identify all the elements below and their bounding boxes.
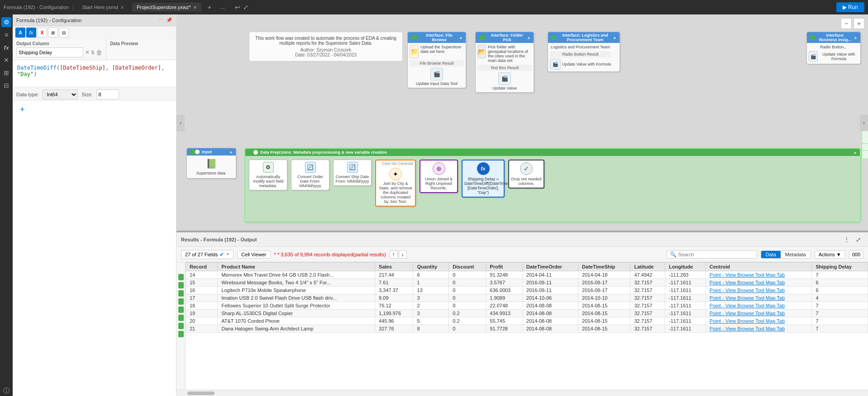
formula-tool-fx[interactable]: fx: [26, 28, 36, 38]
node-shipping-delay[interactable]: fx Shipping Delay = DateTimeDiff([DateTi…: [462, 160, 505, 198]
formula-editor[interactable]: DateTimeDiff([DateTimeShip], [DateTimeOr…: [13, 60, 176, 87]
zoom-minus-button[interactable]: −: [841, 18, 852, 29]
auto-modify-icon: ⚙: [263, 162, 274, 173]
col-profit[interactable]: Profit: [486, 263, 523, 271]
clear-output-icon[interactable]: ✕: [85, 49, 90, 56]
undo-icon[interactable]: ↩: [235, 4, 240, 11]
anno-date: Date: 03/27/2022 - 04/04/2023: [255, 52, 397, 57]
cell-viewer-button[interactable]: Cell Viewer: [237, 250, 270, 259]
col-latitude[interactable]: Latitude: [630, 263, 665, 271]
datatype-select[interactable]: Int64 String Double DateTime: [43, 90, 78, 99]
node-folder-pick[interactable]: Interface: Folder Pick ▲ 📂 Pick folder w…: [475, 32, 534, 93]
scroll-left[interactable]: ‹: [176, 115, 185, 131]
output-col-number: 5: [91, 50, 94, 55]
canvas: This work flow was created to automate t…: [176, 14, 868, 231]
delete-output-icon[interactable]: 🗑: [96, 49, 102, 56]
table-header-row: Record Product Name Sales Quantity Disco…: [186, 263, 868, 271]
row-indicators: [176, 262, 186, 390]
col-datetime-ship[interactable]: DateTimeShip: [578, 263, 630, 271]
col-product-name[interactable]: Product Name: [218, 263, 375, 271]
formula-tool-A[interactable]: A: [15, 28, 25, 38]
tab-start-here[interactable]: Start Here.yxmd ✕: [77, 3, 128, 12]
col-quantity[interactable]: Quantity: [413, 263, 449, 271]
col-shipping-delay[interactable]: Shipping Delay: [812, 263, 868, 271]
results-menu-button[interactable]: ⋮: [842, 235, 852, 245]
node-convert-ship[interactable]: 🔄 Convert Ship Date From: MM/dd/yyyy: [333, 160, 372, 186]
input-label: Superstore data.: [190, 171, 233, 175]
centroid-link[interactable]: Point - View Browse Tool Map Tab: [710, 288, 785, 293]
centroid-link[interactable]: Point - View Browse Tool Map Tab: [710, 295, 785, 301]
fields-badge[interactable]: 27 of 27 Fields ✔ ▼: [181, 250, 234, 259]
size-input[interactable]: [96, 90, 119, 99]
table-row: 15Wirebound Message Books, Two 4 1/4" x …: [186, 279, 868, 287]
col-datetime-order[interactable]: DateTimeOrder: [522, 263, 578, 271]
col-record[interactable]: Record: [186, 263, 218, 271]
sidebar-icon-config[interactable]: ⚙: [1, 17, 11, 27]
col-sales[interactable]: Sales: [375, 263, 413, 271]
tab-metadata[interactable]: Metadata: [781, 251, 811, 258]
add-field-button[interactable]: +: [16, 103, 29, 116]
sidebar-icon-fx[interactable]: fx: [1, 42, 11, 52]
resize-handle[interactable]: [176, 231, 868, 232]
results-toolbar: 27 of 27 Fields ✔ ▼ Cell Viewer * * 3,63…: [176, 247, 868, 262]
node-drop-cols[interactable]: ✓ Drop not needed columns.: [508, 160, 544, 189]
formula-tool-bookmark[interactable]: ⊞: [48, 28, 58, 38]
col-centroid[interactable]: Centroid: [706, 263, 812, 271]
zoom-plus-button[interactable]: +: [854, 18, 864, 29]
more-options-button[interactable]: 000: [849, 250, 863, 259]
search-box[interactable]: 🔍: [667, 250, 757, 259]
join-city-icon: ✦: [389, 168, 402, 180]
centroid-link[interactable]: Point - View Browse Tool Map Tab: [710, 272, 785, 278]
node-convert-order[interactable]: 🔄 Convert Order Date From: MM/dd/yyyy: [291, 160, 329, 190]
row-indicator-green5: [178, 306, 184, 313]
expand-icon[interactable]: ⤢: [243, 4, 248, 11]
formula-dock-icon[interactable]: 📌: [166, 17, 172, 23]
more-tabs-button[interactable]: ...: [218, 3, 228, 11]
sort-down-button[interactable]: ↓: [399, 250, 407, 259]
scroll-right[interactable]: ›: [860, 115, 868, 131]
sidebar-icon-table[interactable]: ⊟: [1, 80, 11, 90]
formula-tool-x[interactable]: X: [37, 28, 47, 38]
node-logistics[interactable]: Interface: Logistics and Procurement Tea…: [548, 32, 620, 72]
node-join-city[interactable]: Cent No Centroid ✦ Join by City & State,…: [375, 160, 416, 207]
run-button[interactable]: ▶ Run: [836, 2, 864, 12]
col-longitude[interactable]: Longitude: [665, 263, 706, 271]
formula-title-text: Formula (192) - Configuration: [16, 18, 81, 23]
search-input[interactable]: [678, 252, 754, 257]
formula-tool-grid[interactable]: ⊟: [59, 28, 69, 38]
node-business-insig[interactable]: Interface: Business Insig... ▲ Radio But…: [806, 32, 861, 64]
centroid-link[interactable]: Point - View Browse Tool Map Tab: [710, 326, 785, 331]
tab-data[interactable]: Data: [761, 251, 781, 258]
sidebar-icon-bookmark[interactable]: ⊞: [1, 68, 11, 78]
node-union[interactable]: ⊕ Union Joined & Right Unjoined Records.: [420, 160, 458, 193]
table-row: 19Sharp AL-1530CS Digital Copier1,199.97…: [186, 310, 868, 317]
node-file-browse[interactable]: Interface: File Browse ▲ 📁 Upload the Su…: [407, 32, 466, 88]
results-table-container[interactable]: Record Product Name Sales Quantity Disco…: [186, 262, 868, 390]
row-indicator-green3: [178, 290, 184, 297]
centroid-link[interactable]: Point - View Browse Tool Map Tab: [710, 311, 785, 316]
sidebar-icon-close[interactable]: ✕: [1, 55, 11, 65]
results-header: Results - Formula (192) - Output ⋮ ⤢: [176, 232, 868, 247]
table-row: 14Memorex Mini Travel Drive 64 GB USB 2.…: [186, 271, 868, 279]
centroid-link[interactable]: Point - View Browse Tool Map Tab: [710, 303, 785, 308]
node-input[interactable]: Input ▲ 📗 Superstore data.: [186, 148, 236, 179]
sidebar-icons: ⚙ ≡ fx ✕ ⊞ ⊟ ⓘ: [0, 14, 13, 396]
tab-project-superstore[interactable]: ProjectSuperstore.yxwz* ✕: [132, 3, 201, 12]
node-auto-modify[interactable]: ⚙ Automatically modify each field metada…: [249, 160, 287, 190]
add-tab-button[interactable]: +: [205, 3, 214, 12]
anno-line1: This work flow was created to automate t…: [255, 36, 397, 46]
sort-up-button[interactable]: ↑: [390, 250, 398, 259]
update-input-icon: 🎬: [430, 68, 443, 80]
col-discount[interactable]: Discount: [449, 263, 486, 271]
update-value-formula2-icon: 🎬: [809, 51, 818, 62]
sidebar-icon-info[interactable]: ⓘ: [1, 386, 11, 396]
results-expand-button[interactable]: ⤢: [854, 235, 863, 245]
formula-pin-icon[interactable]: ⋯: [158, 17, 163, 23]
fields-check-icon: ✔: [219, 251, 224, 258]
centroid-link[interactable]: Point - View Browse Tool Map Tab: [710, 318, 785, 324]
centroid-link[interactable]: Point - View Browse Tool Map Tab: [710, 280, 785, 285]
horizontal-scrollbar[interactable]: [176, 390, 868, 396]
output-column-input[interactable]: [16, 47, 83, 57]
actions-button[interactable]: Actions ▼: [815, 250, 845, 259]
sidebar-icon-layers[interactable]: ≡: [1, 30, 11, 40]
